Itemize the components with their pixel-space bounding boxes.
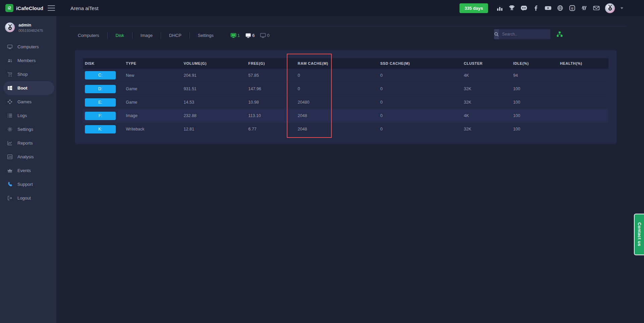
sidebar-item-label: Logout — [17, 196, 31, 201]
cell-health — [558, 82, 608, 96]
sidebar-item-label: Boot — [17, 86, 28, 91]
disk-button[interactable]: D: — [85, 85, 116, 93]
search-input[interactable] — [499, 29, 550, 39]
cell-ram-cache: 2048 — [296, 122, 378, 136]
sidebar-item-label: Games — [17, 99, 32, 104]
license-days-badge[interactable]: 335 days — [460, 3, 488, 13]
disk-table: DISK TYPE VOLUME(G) FREE(G) RAM CACHE(M)… — [83, 58, 608, 136]
tab-disk[interactable]: Disk — [108, 31, 132, 41]
cell-free: 113.10 — [246, 109, 296, 122]
cell-cluster: 4K — [462, 69, 511, 82]
menu-toggle-icon[interactable] — [48, 5, 55, 11]
col-free: FREE(G) — [246, 58, 296, 69]
tab-dhcp[interactable]: DHCP — [161, 31, 190, 41]
sidebar-nav: Computers Members Shop Boot Games Logs S… — [0, 40, 56, 205]
sidebar-item-label: Support — [17, 182, 33, 187]
cell-type: Game — [124, 82, 181, 96]
sidebar-item-events[interactable]: Events — [0, 164, 56, 177]
monitors-total[interactable]: 6 — [245, 33, 255, 38]
sidebar-item-support[interactable]: Support — [0, 177, 56, 191]
cell-health — [558, 69, 608, 82]
trophy-icon[interactable] — [508, 4, 516, 12]
disk-button[interactable]: E: — [85, 98, 116, 107]
monitor-status-group: 1 6 0 — [230, 33, 270, 38]
sidebar-item-settings[interactable]: Settings — [0, 122, 56, 136]
monitors-online[interactable]: 1 — [230, 33, 240, 38]
ranking-icon[interactable] — [496, 4, 503, 12]
sidebar-item-games[interactable]: Games — [0, 95, 56, 109]
cell-volume: 14.53 — [182, 96, 247, 109]
sidebar-item-boot[interactable]: Boot — [3, 81, 54, 95]
sidebar-item-logout[interactable]: Logout — [0, 191, 56, 205]
sidebar-item-label: Shop — [17, 72, 28, 77]
sidebar-item-reports[interactable]: Reports — [0, 136, 56, 150]
mail-icon[interactable] — [593, 4, 600, 12]
cell-idle: 100 — [511, 122, 558, 136]
disk-button[interactable]: C: — [85, 71, 116, 79]
globe-icon[interactable] — [556, 4, 564, 12]
table-row: F: Image 232.88 113.10 2048 0 4K 100 — [83, 109, 608, 122]
disk-button[interactable]: K: — [85, 125, 116, 133]
monitors-total-count: 6 — [252, 33, 255, 38]
facebook-icon[interactable] — [532, 4, 540, 12]
cell-idle: 100 — [511, 82, 558, 96]
col-health: HEALTH(%) — [558, 58, 608, 69]
cell-free: 10.98 — [246, 96, 296, 109]
topbar: i2 iCafeCloud Arena aiTest 335 days i2 — [0, 0, 644, 16]
youtube-icon[interactable] — [544, 4, 552, 12]
sidebar-item-label: Logs — [17, 113, 27, 118]
cell-ram-cache: 2048 — [296, 109, 378, 122]
cell-free: 147.96 — [246, 82, 296, 96]
discord-icon[interactable] — [520, 4, 528, 12]
cell-idle: 100 — [511, 109, 558, 122]
sidebar-item-members[interactable]: Members — [0, 54, 56, 67]
toolbar: Computers Disk Image DHCP Settings 1 6 0 — [70, 26, 627, 41]
sidebar-item-label: Events — [17, 168, 31, 173]
main-content: Computers Disk Image DHCP Settings 1 6 0 — [56, 16, 644, 323]
sidebar-user[interactable]: admin 005193482475 — [0, 16, 56, 37]
monitors-online-count: 1 — [237, 33, 240, 38]
cell-health — [558, 122, 608, 136]
contact-us-button[interactable]: Contact us — [634, 214, 644, 255]
chevron-down-icon[interactable] — [621, 7, 623, 9]
table-row: E: Game 14.53 10.98 20480 0 32K 100 — [83, 96, 608, 109]
sidebar-item-shop[interactable]: Shop — [0, 67, 56, 81]
cell-cluster: 32K — [462, 96, 511, 109]
monitors-offline-count: 0 — [267, 33, 269, 38]
cell-volume: 232.88 — [182, 109, 247, 122]
tab-settings[interactable]: Settings — [190, 31, 222, 41]
tab-computers[interactable]: Computers — [70, 31, 107, 41]
user-avatar[interactable] — [605, 3, 615, 13]
tab-bar: Computers Disk Image DHCP Settings — [70, 31, 222, 41]
search-icon[interactable] — [494, 29, 499, 39]
disk-button[interactable]: F: — [85, 112, 116, 120]
sidebar: admin 005193482475 Computers Members Sho… — [0, 16, 56, 323]
cell-ssd-cache: 0 — [378, 109, 462, 122]
sidebar-item-label: Members — [17, 58, 36, 63]
cell-volume: 12.81 — [182, 122, 247, 136]
cell-ram-cache: 20480 — [296, 96, 378, 109]
tab-image[interactable]: Image — [132, 31, 161, 41]
network-sitemap-icon[interactable] — [556, 31, 563, 37]
table-row: D: Game 931.51 147.96 0 0 32K 100 — [83, 82, 608, 96]
icafe-icon[interactable]: i2 — [569, 4, 576, 12]
cell-idle: 94 — [511, 69, 558, 82]
sidebar-avatar — [5, 22, 15, 33]
cell-ram-cache: 0 — [296, 69, 378, 82]
sidebar-item-label: Settings — [17, 127, 33, 132]
table-row: C: New 204.91 57.85 0 0 4K 94 — [83, 69, 608, 82]
app-logo-text: iCafeCloud — [16, 5, 43, 11]
icafecloud-logo-icon: i2 — [5, 4, 13, 12]
col-type: TYPE — [124, 58, 181, 69]
app-logo[interactable]: i2 iCafeCloud — [0, 4, 46, 12]
cell-ssd-cache: 0 — [378, 82, 462, 96]
monitors-offline[interactable]: 0 — [260, 33, 269, 38]
sidebar-item-computers[interactable]: Computers — [0, 40, 56, 54]
sidebar-item-logs[interactable]: Logs — [0, 109, 56, 122]
layers-icon[interactable] — [581, 4, 588, 12]
cell-cluster: 4K — [462, 109, 511, 122]
sidebar-item-analysis[interactable]: Analysis — [0, 150, 56, 164]
col-ram-cache: RAM CACHE(M) — [296, 58, 378, 69]
cell-free: 6.77 — [246, 122, 296, 136]
cell-cluster: 32K — [462, 122, 511, 136]
